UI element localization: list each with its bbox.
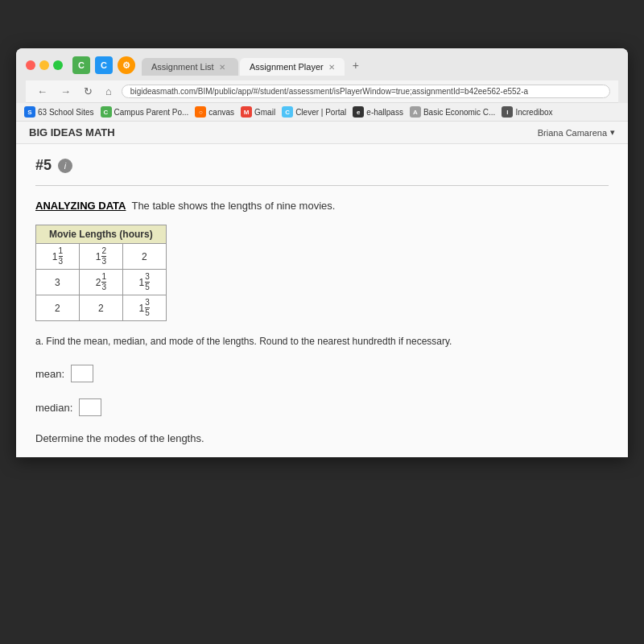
campus-label: Campus Parent Po... (114, 108, 189, 117)
back-button[interactable]: ← (34, 84, 51, 99)
mean-row: mean: (35, 365, 609, 382)
tab-assignment-player[interactable]: Assignment Player ✕ (240, 58, 345, 76)
gmail-label: Gmail (254, 108, 275, 117)
movie-lengths-table: Movie Lengths (hours) 113 123 2 3 (35, 225, 167, 321)
bookmarks-bar: S 63 School Sites C Campus Parent Po... … (16, 103, 628, 122)
cell-r3c1: 2 (36, 295, 80, 321)
table-header: Movie Lengths (hours) (36, 225, 167, 244)
cell-r2c1: 3 (36, 270, 80, 295)
info-badge[interactable]: i (58, 159, 72, 173)
bookmark-basic-econ[interactable]: A Basic Economic C... (410, 106, 495, 118)
gmail-icon: M (241, 106, 252, 118)
question-number: #5 i (35, 157, 609, 174)
content-area: #5 i ANALYZING DATA The table shows the … (16, 144, 628, 457)
mean-label: mean: (35, 368, 64, 380)
traffic-lights (26, 60, 63, 70)
icon-c1: C (72, 56, 90, 74)
address-bar: ← → ↻ ⌂ bigideasmath.com/BIM/public/app/… (26, 80, 618, 103)
problem-statement: ANALYZING DATA The table shows the lengt… (35, 199, 609, 213)
cell-r1c1: 113 (36, 244, 80, 270)
ehallpass-label: e-hallpass (366, 108, 403, 117)
close-button[interactable] (26, 60, 35, 70)
cell-r3c2: 2 (79, 295, 122, 321)
browser-window: C C ⚙ Assignment List ✕ Assignment Playe… (16, 48, 628, 457)
settings-icon: ⚙ (118, 56, 135, 74)
school-sites-label: 63 School Sites (38, 108, 94, 117)
cell-r3c3: 135 (122, 295, 166, 321)
bookmark-incredibox[interactable]: I Incredibox (502, 106, 552, 118)
tab-close-icon[interactable]: ✕ (219, 63, 225, 72)
ehallpass-icon: e (353, 106, 364, 118)
cell-r1c2: 123 (79, 244, 122, 270)
median-input[interactable] (79, 398, 101, 416)
bookmark-ehallpass[interactable]: e e-hallpass (353, 106, 403, 118)
user-info[interactable]: Briana Camarena ▾ (538, 127, 615, 138)
cell-r1c3: 2 (122, 244, 166, 270)
problem-text: The table shows the lengths of nine movi… (131, 200, 335, 212)
address-input[interactable]: bigideasmath.com/BIM/public/app/#/studen… (122, 85, 610, 98)
user-dropdown-icon: ▾ (610, 127, 615, 138)
tabs-row: Assignment List ✕ Assignment Player ✕ + (142, 55, 365, 76)
bookmark-clever[interactable]: C Clever | Portal (282, 106, 346, 118)
clever-icon: C (282, 106, 293, 118)
maximize-button[interactable] (53, 60, 63, 70)
table-row: 113 123 2 (36, 244, 167, 270)
basic-econ-label: Basic Economic C... (423, 108, 495, 117)
page-header: BIG IDEAS MATH Briana Camarena ▾ (16, 122, 628, 144)
median-label: median: (35, 402, 72, 414)
site-title: BIG IDEAS MATH (29, 126, 115, 138)
mean-input[interactable] (71, 365, 93, 382)
cell-r2c3: 135 (122, 270, 166, 295)
icon-c2: C (95, 56, 113, 74)
bottom-question: Determine the modes of the lengths. (35, 432, 609, 444)
canvas-label: canvas (208, 108, 234, 117)
tab-label-active: Assignment Player (250, 62, 324, 72)
clever-label: Clever | Portal (295, 108, 346, 117)
divider (35, 185, 609, 186)
home-button[interactable]: ⌂ (102, 84, 115, 99)
new-tab-button[interactable]: + (346, 55, 365, 76)
screen-frame: C C ⚙ Assignment List ✕ Assignment Playe… (0, 0, 644, 644)
user-name: Briana Camarena (538, 128, 607, 138)
browser-icons: C C ⚙ (72, 56, 135, 74)
forward-button[interactable]: → (57, 84, 74, 99)
bookmark-gmail[interactable]: M Gmail (241, 106, 275, 118)
bookmark-canvas[interactable]: ○ canvas (195, 106, 234, 118)
campus-icon: C (101, 106, 112, 118)
minimize-button[interactable] (39, 60, 49, 70)
incredibox-label: Incredibox (515, 108, 552, 117)
bookmark-campus[interactable]: C Campus Parent Po... (101, 106, 189, 118)
problem-type: ANALYZING DATA (35, 200, 126, 212)
tab-assignment-list[interactable]: Assignment List ✕ (142, 58, 238, 76)
basic-econ-icon: A (410, 106, 421, 118)
table-row: 2 2 135 (36, 295, 167, 321)
incredibox-icon: I (502, 106, 513, 118)
school-sites-icon: S (24, 106, 35, 118)
median-row: median: (35, 398, 609, 416)
tab-close-active-icon[interactable]: ✕ (328, 63, 335, 72)
canvas-icon: ○ (195, 106, 206, 118)
title-bar: C C ⚙ Assignment List ✕ Assignment Playe… (16, 48, 628, 103)
tab-label: Assignment List (151, 62, 214, 72)
cell-r2c2: 213 (79, 270, 122, 295)
sub-question-a: a. Find the mean, median, and mode of th… (35, 334, 609, 349)
q-num-label: #5 (35, 157, 52, 174)
bookmark-school-sites[interactable]: S 63 School Sites (24, 106, 94, 118)
refresh-button[interactable]: ↻ (80, 84, 96, 99)
table-row: 3 213 135 (36, 270, 167, 295)
